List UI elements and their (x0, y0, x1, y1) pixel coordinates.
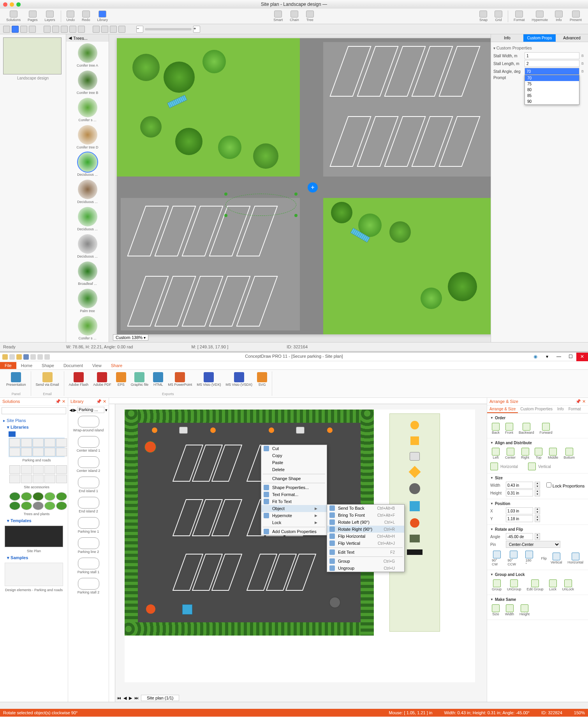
tab-arrange-size[interactable]: Arrange & Size (487, 406, 518, 413)
ctx-lock[interactable]: Lock▶ (261, 519, 327, 526)
adobe-pdf-button[interactable]: Adobe PDF (92, 371, 113, 387)
same-width-button[interactable]: Width (503, 604, 516, 617)
zoom-slider[interactable] (145, 28, 192, 30)
camera-icon[interactable] (179, 427, 188, 434)
ctx-change-shape[interactable]: Change Shape (261, 475, 327, 482)
ctx-text-format[interactable]: Text Format... (261, 491, 327, 498)
lib-item[interactable]: Wrap-around island (70, 416, 107, 432)
lib-item[interactable]: Conifer s ... (68, 316, 107, 340)
tab-home[interactable]: Home (16, 362, 37, 369)
edit-group-button[interactable]: Edit Group (525, 579, 545, 592)
spinner[interactable]: ▲▼ (535, 489, 540, 496)
rotate-180-button[interactable]: 180 ° (524, 550, 535, 567)
chain-button[interactable]: Chain (287, 10, 302, 23)
ellipse-icon[interactable] (78, 26, 85, 33)
tab-custom-props[interactable]: Custom Props (523, 34, 556, 42)
ctx-fit-text[interactable]: Fit To Text (261, 498, 327, 505)
close-icon[interactable] (3, 2, 7, 7)
page-nav-prev-icon[interactable]: ◀ (123, 696, 127, 701)
lib-item[interactable]: Parking stall 2 (70, 578, 107, 594)
ungroup-button[interactable]: UnGroup (505, 579, 523, 592)
visio-vsdx-button[interactable]: MS Visio (VSDX) (224, 371, 254, 387)
help-icon[interactable]: ◉ (530, 353, 541, 361)
redo-button[interactable]: Redo (79, 10, 93, 23)
eps-button[interactable]: EPS (114, 371, 128, 387)
spinner[interactable]: ▲▼ (535, 533, 540, 540)
spinner[interactable]: ▲▼ (535, 482, 540, 489)
lib-item[interactable]: Deciduous ... (68, 180, 107, 204)
sol-libraries[interactable]: ▾ Libraries (3, 424, 65, 431)
grid-button[interactable]: Grid (491, 10, 505, 23)
align-center-button[interactable]: Center (503, 447, 517, 460)
tab-format[interactable]: Format (566, 406, 583, 413)
page-nav-first-icon[interactable]: ⏮ (117, 696, 121, 700)
pointer-tool-icon[interactable] (3, 26, 10, 33)
lib-item[interactable]: Conifer s ... (68, 98, 107, 122)
new-icon[interactable] (9, 354, 15, 360)
light-icon[interactable] (327, 427, 333, 433)
smart-button[interactable]: Smart (270, 10, 286, 23)
graphic-button[interactable]: Graphic file (129, 371, 150, 387)
angle-dropdown[interactable]: 7075808590 (525, 75, 579, 105)
ctx-object-submenu[interactable]: Send To BackCtrl+Alt+B Bring To FrontCtr… (327, 504, 405, 572)
resize-handle[interactable] (294, 192, 298, 196)
parking-shapes-grid[interactable] (9, 438, 65, 457)
lock-button[interactable]: Lock (548, 579, 558, 592)
lock-proportions[interactable]: Lock Proportions (546, 482, 584, 488)
rotate-ccw-button[interactable]: 90° CCW (506, 550, 521, 567)
tab-share[interactable]: Share (106, 362, 127, 369)
dropdown-option[interactable]: 70 (525, 75, 579, 81)
tree-button[interactable]: Tree (303, 10, 317, 23)
snap-button[interactable]: Snap (476, 10, 491, 23)
lib-item[interactable]: Deciduous ... (68, 152, 107, 177)
flip-h-button[interactable]: Horizontal (566, 552, 585, 565)
height-input[interactable] (506, 489, 533, 496)
print-icon[interactable] (44, 354, 50, 360)
order-backward-button[interactable]: Backward (517, 422, 536, 435)
redo-icon[interactable] (37, 354, 43, 360)
ctx-bring-front[interactable]: Bring To FrontCtrl+Alt+F (327, 512, 404, 519)
same-height-button[interactable]: Height (518, 604, 531, 617)
svg-button[interactable]: SVG (255, 371, 269, 387)
minimize-icon[interactable] (10, 2, 14, 7)
solutions-search[interactable] (2, 407, 66, 414)
panel-pin-icon[interactable]: 📌 ✕ (55, 399, 65, 404)
dropdown-option[interactable]: 85 (525, 93, 579, 99)
rotate-cw-button[interactable]: 90° CW (490, 550, 503, 567)
page-nav-last-icon[interactable]: ⏭ (134, 696, 139, 700)
width-input[interactable] (506, 482, 533, 489)
crop-icon[interactable] (93, 26, 100, 33)
unlock-button[interactable]: UnLock (561, 579, 576, 592)
present-button[interactable]: Present (567, 10, 585, 23)
visio-vdx-button[interactable]: MS Visio (VDX) (195, 371, 222, 387)
order-back-button[interactable]: Back (490, 422, 501, 435)
hydrant-icon[interactable] (146, 604, 155, 614)
page-thumbnail[interactable] (3, 37, 62, 74)
rect-icon[interactable] (69, 26, 76, 33)
pin-select[interactable]: Center-Center (506, 541, 560, 548)
lib-item[interactable]: Parking line 1 (70, 517, 107, 533)
lib-item[interactable]: Conifer tree B (68, 71, 107, 95)
zoom-in-icon[interactable]: + (193, 26, 200, 33)
html-button[interactable]: HTML (151, 371, 165, 387)
stall-length-input[interactable] (525, 60, 579, 67)
pages-button[interactable]: Pages (25, 10, 41, 23)
canvas-area[interactable]: + Custom 138% ▾ (109, 34, 491, 342)
x-input[interactable] (506, 507, 533, 514)
undo-button[interactable]: Undo (63, 10, 78, 23)
lib-picker[interactable]: Parking ... (77, 407, 104, 413)
spinner[interactable]: ▲▼ (535, 507, 540, 514)
ctx-flip-v[interactable]: Flip VerticalCtrl+Alt+J (327, 540, 404, 547)
undo-icon[interactable] (30, 354, 36, 360)
resize-handle[interactable] (294, 214, 298, 217)
format-button[interactable]: Format (511, 10, 528, 23)
presentation-button[interactable]: Presentation (5, 371, 28, 387)
flip-v-button[interactable]: Vertical (549, 552, 564, 565)
align-right-button[interactable]: Right (519, 447, 531, 460)
lib-item[interactable]: Conifer tree D (68, 125, 107, 149)
ctx-paste[interactable]: Paste (261, 459, 327, 466)
drain-icon[interactable] (329, 597, 341, 608)
tab-document[interactable]: Document (59, 362, 88, 369)
lib-item[interactable]: Deciduous ... (68, 207, 107, 231)
ribbon-toggle-icon[interactable]: ▾ (541, 353, 553, 361)
